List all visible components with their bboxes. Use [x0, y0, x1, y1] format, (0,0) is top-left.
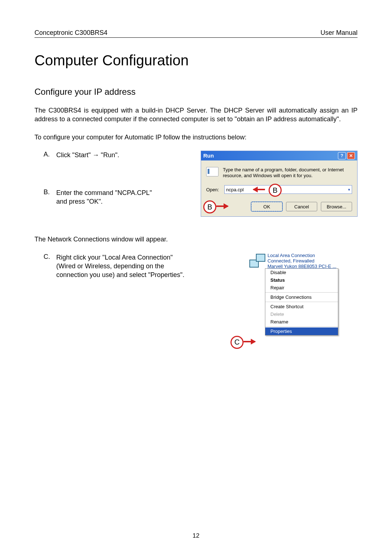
lan-title: Local Area Connection: [268, 253, 336, 258]
callout-arrow-b2: [216, 205, 228, 207]
section-subtitle: Configure your IP address: [34, 87, 358, 97]
lan-item[interactable]: Local Area Connection Connected, Firewal…: [249, 253, 358, 269]
menu-rename[interactable]: Rename: [265, 318, 338, 326]
dropdown-icon[interactable]: ▾: [348, 187, 350, 192]
titlebar-buttons: ? ✕: [338, 152, 355, 159]
step-b-text: Enter the command "NCPA.CPL" and press "…: [56, 188, 158, 206]
callout-b-ok: B: [203, 200, 216, 213]
run-dialog-titlebar: Run ? ✕: [201, 151, 357, 160]
callout-arrow-c: [244, 341, 255, 342]
after-b-text: The Network Connections window will appe…: [34, 235, 358, 244]
menu-separator: [265, 302, 338, 302]
page: Conceptronic C300BRS4 User Manual Comput…: [0, 0, 392, 554]
open-input-value: ncpa.cpl: [226, 187, 244, 192]
ok-button[interactable]: OK: [251, 202, 282, 211]
menu-separator: [265, 292, 338, 293]
menu-status[interactable]: Status: [265, 276, 338, 284]
run-dialog: Run ? ✕ Type the name of a program, fold…: [201, 151, 358, 217]
menu-bridge[interactable]: Bridge Connections: [265, 293, 338, 301]
menu-disable[interactable]: Disable: [265, 269, 338, 276]
intro-paragraph-2: To configure your computer for Automatic…: [34, 133, 358, 142]
open-label: Open:: [206, 187, 221, 192]
step-b-letter: B.: [34, 188, 56, 196]
step-c-row: C. Right click your "Local Area Connecti…: [34, 253, 358, 335]
open-input[interactable]: ncpa.cpl ▾: [224, 185, 352, 194]
run-icon: [206, 167, 219, 176]
network-icon: [249, 253, 265, 268]
context-menu: Disable Status Repair Bridge Connections…: [265, 268, 338, 335]
step-c-text: Right click your "Local Area Connection"…: [56, 253, 187, 280]
callout-c: C: [230, 336, 244, 349]
menu-delete: Delete: [265, 310, 338, 318]
step-c-letter: C.: [34, 253, 56, 261]
run-dialog-title: Run: [203, 152, 214, 159]
callout-b-input: B: [269, 184, 282, 197]
network-connection-figure: Local Area Connection Connected, Firewal…: [227, 253, 358, 335]
page-header: Conceptronic C300BRS4 User Manual: [34, 29, 358, 38]
step-a-text: Click "Start" → "Run".: [56, 151, 119, 159]
page-number: 12: [0, 532, 392, 539]
run-message: Type the name of a program, folder, docu…: [223, 167, 352, 179]
help-button[interactable]: ?: [338, 152, 346, 159]
browse-button[interactable]: Browse...: [321, 202, 352, 211]
lan-status: Connected, Firewalled: [268, 258, 336, 264]
step-a-letter: A.: [34, 151, 56, 158]
header-right: User Manual: [320, 29, 358, 37]
callout-arrow-b1: [253, 189, 265, 190]
intro-paragraph-1: The C300BRS4 is equipped with a build-in…: [34, 106, 358, 124]
close-button[interactable]: ✕: [347, 152, 355, 159]
menu-properties[interactable]: Properties: [265, 327, 338, 335]
menu-separator: [265, 326, 338, 327]
header-left: Conceptronic C300BRS4: [34, 29, 107, 37]
menu-shortcut[interactable]: Create Shortcut: [265, 303, 338, 310]
step-a-row: A. Click "Start" → "Run". B. Enter the c…: [34, 151, 358, 217]
cancel-button[interactable]: Cancel: [286, 202, 317, 211]
page-title: Computer Configuration: [34, 52, 358, 69]
menu-repair[interactable]: Repair: [265, 284, 338, 292]
lan-device: Marvell Yukon 88E8053 PCI-E ...: [268, 264, 336, 269]
